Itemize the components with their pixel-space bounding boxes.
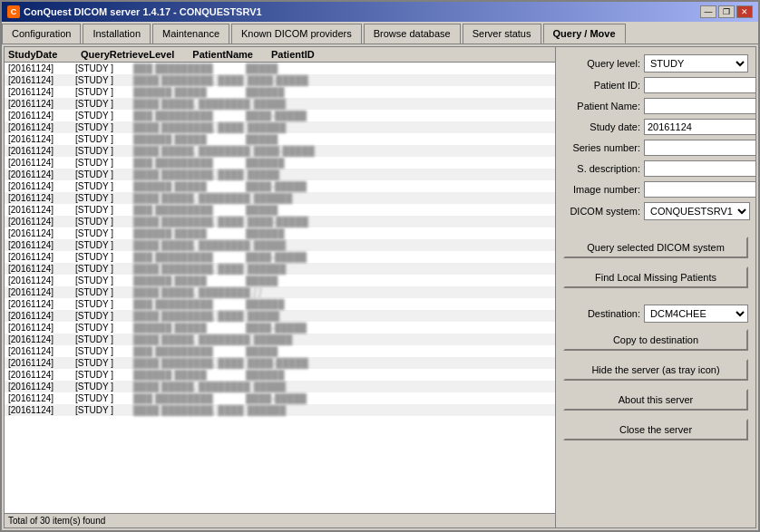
image-number-label: Image number:	[563, 184, 640, 195]
table-row[interactable]: [20161124] [STUDY ] ████ ████████, ████ …	[5, 263, 555, 275]
tab-known-dicom[interactable]: Known DICOM providers	[231, 24, 362, 44]
patient-id-input[interactable]	[644, 77, 755, 93]
cell-id: ████-█████	[246, 252, 318, 262]
table-row[interactable]: [20161124] [STUDY ] ████ █████, ████████…	[5, 286, 555, 298]
tab-server-status[interactable]: Server status	[463, 24, 541, 44]
cell-id: █████	[254, 240, 326, 250]
table-row[interactable]: [20161124] [STUDY ] ██████ █████ █████	[5, 275, 555, 286]
separator-2	[563, 295, 748, 300]
restore-button[interactable]: ❐	[718, 5, 735, 18]
cell-date: [20161124]	[8, 334, 72, 344]
table-row[interactable]: [20161124] [STUDY ] ████ █████, ████████…	[5, 145, 555, 157]
table-row[interactable]: [20161124] [STUDY ] ████ ████████, ████ …	[5, 310, 555, 322]
cell-level: [STUDY ]	[75, 311, 130, 321]
table-row[interactable]: [20161124] [STUDY ] ████ ████████, ████ …	[5, 357, 555, 369]
cell-name: ███ █████████	[133, 205, 242, 215]
table-row[interactable]: [20161124] [STUDY ] ██████ █████ ████-██…	[5, 180, 555, 192]
cell-id: █████	[254, 382, 326, 392]
cell-name: ██████ █████	[133, 323, 242, 333]
copy-to-destination-button[interactable]: Copy to destination	[563, 329, 748, 351]
table-row[interactable]: [20161124] [STUDY ] ████ █████, ████████…	[5, 334, 555, 345]
destination-select[interactable]: DCM4CHEE	[644, 305, 748, 323]
cell-date: [20161124]	[8, 287, 72, 297]
study-date-input[interactable]	[644, 119, 755, 135]
cell-level: [STUDY ]	[75, 323, 130, 333]
dicom-system-label: DICOM system:	[563, 206, 640, 217]
cell-name: ███ █████████	[133, 252, 242, 262]
cell-date: [20161124]	[8, 169, 72, 179]
table-row[interactable]: [20161124] [STUDY ] ███ █████████ ████-█…	[5, 251, 555, 263]
destination-label: Destination:	[563, 308, 640, 319]
title-bar: C ConQuest DICOM server 1.4.17 - CONQUES…	[2, 2, 758, 22]
table-row[interactable]: [20161124] [STUDY ] ████ █████, ████████…	[5, 381, 555, 392]
table-row[interactable]: [20161124] [STUDY ] ██████ █████ ██████	[5, 369, 555, 381]
table-row[interactable]: [20161124] [STUDY ] ████ ████████, ████ …	[5, 74, 555, 86]
cell-name: ████ █████, ████████	[133, 193, 250, 203]
cell-name: ████ █████, ████████	[133, 382, 250, 392]
find-local-missing-button[interactable]: Find Local Missing Patients	[563, 266, 748, 288]
cell-date: [20161124]	[8, 158, 72, 168]
table-row[interactable]: [20161124] [STUDY ] ████ █████, ████████…	[5, 192, 555, 204]
status-bar: Total of 30 item(s) found	[5, 513, 555, 527]
cell-name: ███ █████████	[133, 299, 242, 309]
query-selected-button[interactable]: Query selected DICOM system	[563, 237, 748, 258]
table-row[interactable]: [20161124] [STUDY ] ██████ █████ ██████	[5, 86, 555, 98]
table-body[interactable]: [20161124] [STUDY ] ███ █████████ █████ …	[5, 63, 555, 513]
table-row[interactable]: [20161124] [STUDY ] ███ █████████ █████	[5, 204, 555, 216]
cell-date: [20161124]	[8, 111, 72, 121]
table-row[interactable]: [20161124] [STUDY ] ████ █████, ████████…	[5, 98, 555, 110]
table-row[interactable]: [20161124] [STUDY ] ███ █████████ ████-█…	[5, 392, 555, 404]
table-row[interactable]: [20161124] [STUDY ] ████ ████████, ████ …	[5, 404, 555, 416]
minimize-button[interactable]: —	[700, 5, 716, 18]
cell-name: ████ █████, ████████	[133, 99, 250, 109]
table-row[interactable]: [20161124] [STUDY ] ███ █████████ ██████	[5, 298, 555, 310]
image-number-input[interactable]	[644, 181, 755, 198]
window-controls: — ❐ ✕	[700, 5, 753, 18]
table-row[interactable]: [20161124] [STUDY ] ██████ █████ ██████	[5, 227, 555, 239]
close-server-button[interactable]: Close the server	[563, 419, 748, 440]
image-number-row: Image number:	[563, 181, 748, 198]
patient-name-input[interactable]	[644, 98, 755, 114]
s-description-row: S. description:	[563, 160, 748, 177]
cell-level: [STUDY ]	[75, 405, 130, 415]
cell-date: [20161124]	[8, 75, 72, 85]
table-row[interactable]: [20161124] [STUDY ] ████ ████████, ████ …	[5, 169, 555, 180]
cell-id: ██████	[246, 87, 318, 97]
cell-level: [STUDY ]	[75, 193, 130, 203]
cell-name: ████ ████████, ████	[133, 217, 244, 227]
tab-maintenance[interactable]: Maintenance	[152, 24, 229, 44]
patient-id-row: Patient ID:	[563, 77, 748, 93]
patient-name-label: Patient Name:	[563, 101, 640, 111]
s-description-input[interactable]	[644, 160, 755, 177]
table-row[interactable]: [20161124] [STUDY ] ██████ █████ █████	[5, 133, 555, 145]
cell-level: [STUDY ]	[75, 205, 130, 215]
table-row[interactable]: [20161124] [STUDY ] ██████ █████ ████-██…	[5, 322, 555, 334]
cell-level: [STUDY ]	[75, 334, 130, 344]
cell-level: [STUDY ]	[75, 276, 130, 285]
series-number-input[interactable]	[644, 140, 755, 156]
tab-installation[interactable]: Installation	[83, 24, 151, 44]
table-row[interactable]: [20161124] [STUDY ] ███ █████████ █████	[5, 63, 555, 74]
tab-query-move[interactable]: Query / Move	[543, 24, 626, 44]
close-button[interactable]: ✕	[736, 5, 753, 18]
dicom-system-select[interactable]: CONQUESTSRV1	[644, 202, 750, 220]
table-row[interactable]: [20161124] [STUDY ] ████ ████████, ████ …	[5, 121, 555, 133]
about-server-button[interactable]: About this server	[563, 389, 748, 411]
query-level-select[interactable]: STUDY PATIENT SERIES	[644, 54, 748, 73]
table-row[interactable]: [20161124] [STUDY ] ████ █████, ████████…	[5, 239, 555, 251]
table-row[interactable]: [20161124] [STUDY ] ███ █████████ ██████	[5, 157, 555, 169]
table-row[interactable]: [20161124] [STUDY ] ███ █████████ █████	[5, 345, 555, 357]
cell-id: █████	[246, 205, 318, 215]
separator-1	[563, 225, 748, 230]
tab-browse-database[interactable]: Browse database	[364, 24, 461, 44]
cell-id: ████-█████	[246, 181, 318, 191]
tab-configuration[interactable]: Configuration	[2, 24, 81, 44]
cell-id: ██████	[246, 158, 318, 168]
cell-date: [20161124]	[8, 252, 72, 262]
table-row[interactable]: [20161124] [STUDY ] ███ █████████ ████-█…	[5, 110, 555, 121]
cell-id: ██████	[246, 299, 318, 309]
hide-server-button[interactable]: Hide the server (as tray icon)	[563, 359, 748, 381]
col-header-patient-id: PatientID	[271, 49, 326, 60]
table-row[interactable]: [20161124] [STUDY ] ████ ████████, ████ …	[5, 216, 555, 227]
status-text: Total of 30 item(s) found	[8, 516, 105, 526]
